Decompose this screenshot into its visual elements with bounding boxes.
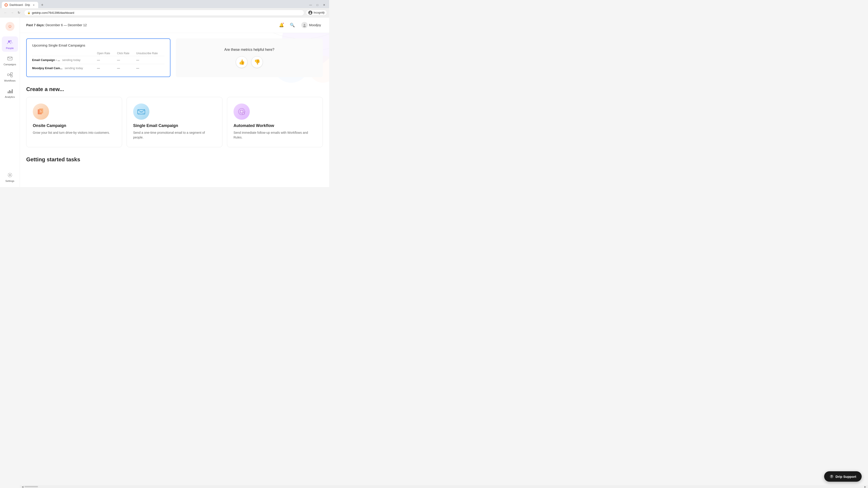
col-unsub-rate: Unsubscribe Rate — [134, 51, 165, 56]
onsite-card-desc: Grow your list and turn drive-by visitor… — [33, 130, 116, 135]
table-row[interactable]: Email Campaign - ... sending today — — — — [32, 56, 164, 64]
refresh-button[interactable]: ↻ — [16, 9, 22, 16]
tab-close-button[interactable]: ✕ — [32, 3, 35, 7]
people-icon — [6, 39, 13, 46]
sidebar: ☺ People Campaigns — [0, 18, 20, 187]
getting-started-section: Getting started tasks — [26, 156, 323, 163]
svg-point-2 — [309, 13, 311, 14]
svg-point-16 — [304, 24, 305, 26]
back-button[interactable]: ← — [2, 9, 8, 16]
campaign-name-1: Email Campaign - ... — [32, 58, 60, 62]
click-rate-1: — — [115, 56, 134, 64]
maximize-button[interactable]: □ — [314, 2, 320, 8]
browser-actions: ☆ Incognito ⋮ — [306, 9, 327, 16]
metrics-card: Are these metrics helpful here? 👍 👎 — [176, 38, 323, 77]
col-click-rate: Click Rate — [115, 51, 134, 56]
campaigns-label: Campaigns — [4, 63, 16, 66]
active-tab[interactable]: Dashboard · Drip ✕ — [2, 2, 38, 8]
tab-bar: Dashboard · Drip ✕ + — □ ✕ — [0, 0, 329, 8]
main-content: Past 7 days: December 6 — December 12 🔔 … — [20, 18, 329, 187]
sidebar-item-people[interactable]: People — [2, 36, 18, 52]
svg-rect-24 — [40, 111, 42, 111]
svg-rect-14 — [12, 89, 13, 93]
settings-icon — [6, 171, 13, 179]
create-section-title: Create a new... — [26, 86, 323, 92]
people-label: People — [6, 47, 13, 50]
metrics-question: Are these metrics helpful here? — [224, 48, 274, 52]
onsite-icon — [33, 103, 49, 120]
search-button[interactable]: 🔍 — [289, 22, 296, 29]
campaign-status-2: sending today — [65, 66, 83, 70]
date-range-text: December 6 — December 12 — [46, 23, 87, 27]
analytics-label: Analytics — [5, 96, 15, 98]
svg-rect-9 — [11, 72, 12, 74]
address-bar[interactable]: 🔒 getdrip.com/7641396/dashboard — [24, 10, 304, 16]
svg-point-17 — [303, 26, 306, 27]
browser-chrome: Dashboard · Drip ✕ + — □ ✕ ← → ↻ 🔒 getdr… — [0, 0, 329, 18]
workflows-icon — [6, 71, 13, 78]
content-area: Upcoming Single Email Campaigns Open Rat… — [20, 33, 329, 187]
workflow-card-desc: Send immediate follow-up emails with Wor… — [234, 130, 316, 140]
click-rate-2: — — [115, 64, 134, 72]
drip-logo[interactable]: ☺ — [4, 21, 16, 32]
svg-rect-12 — [9, 90, 10, 93]
main-header: Past 7 days: December 6 — December 12 🔔 … — [20, 18, 329, 33]
campaign-status-1: sending today — [62, 58, 81, 62]
col-campaign — [32, 51, 95, 56]
date-label: Past 7 days: — [26, 23, 45, 27]
open-rate-1: — — [95, 56, 115, 64]
svg-point-15 — [9, 174, 11, 176]
create-cards: Onsite Campaign Grow your list and turn … — [26, 97, 323, 147]
nav-buttons: ← → ↻ — [2, 9, 22, 16]
app-layout: ☺ People Campaigns — [0, 18, 329, 187]
svg-rect-25 — [40, 112, 41, 112]
col-open-rate: Open Rate — [95, 51, 115, 56]
lock-icon: 🔒 — [27, 11, 31, 14]
svg-rect-23 — [40, 110, 41, 111]
open-rate-2: — — [95, 64, 115, 72]
minimize-button[interactable]: — — [307, 2, 314, 8]
user-avatar — [301, 22, 308, 28]
create-section: Create a new... — [26, 86, 323, 147]
url-text: getdrip.com/7641396/dashboard — [32, 11, 74, 14]
email-card-desc: Send a one-time promotional email to a s… — [133, 130, 216, 140]
svg-rect-22 — [39, 108, 43, 113]
date-range: Past 7 days: December 6 — December 12 — [26, 23, 87, 27]
svg-text:↻: ↻ — [243, 113, 245, 114]
workflow-card[interactable]: ↻ Automated Workflow Send immediate foll… — [227, 97, 323, 147]
sidebar-item-settings[interactable]: Settings — [2, 169, 18, 185]
forward-button[interactable]: → — [9, 9, 16, 16]
thumbs-down-button[interactable]: 👎 — [251, 56, 263, 68]
email-campaign-card[interactable]: Single Email Campaign Send a one-time pr… — [127, 97, 222, 147]
metrics-buttons: 👍 👎 — [236, 56, 263, 68]
onsite-card-title: Onsite Campaign — [33, 123, 116, 128]
campaigns-table-card: Upcoming Single Email Campaigns Open Rat… — [26, 38, 170, 77]
settings-label: Settings — [5, 180, 14, 182]
svg-point-0 — [5, 4, 7, 6]
sidebar-item-analytics[interactable]: Analytics — [2, 85, 18, 101]
close-window-button[interactable]: ✕ — [321, 2, 327, 8]
svg-point-5 — [8, 40, 10, 42]
workflows-label: Workflows — [4, 79, 16, 82]
campaigns-section: Upcoming Single Email Campaigns Open Rat… — [26, 38, 323, 77]
user-name: Moodjoy — [309, 23, 321, 27]
menu-button[interactable]: ⋮ — [320, 9, 327, 16]
svg-rect-13 — [10, 91, 11, 93]
notification-button[interactable]: 🔔 — [278, 22, 285, 29]
new-tab-button[interactable]: + — [39, 2, 45, 8]
unsub-rate-2: — — [134, 64, 165, 72]
tab-title: Dashboard · Drip — [9, 3, 30, 6]
tab-favicon — [4, 3, 8, 6]
address-bar-row: ← → ↻ 🔒 getdrip.com/7641396/dashboard ☆ … — [0, 8, 329, 17]
campaigns-table: Open Rate Click Rate Unsubscribe Rate Em… — [32, 51, 164, 72]
table-row[interactable]: Moodjoy Email Cam... sending today — — — — [32, 64, 164, 72]
thumbs-up-button[interactable]: 👍 — [236, 56, 248, 68]
sidebar-item-campaigns[interactable]: Campaigns — [2, 53, 18, 68]
user-menu[interactable]: Moodjoy — [300, 21, 323, 29]
campaigns-icon — [6, 55, 13, 62]
sidebar-item-workflows[interactable]: Workflows — [2, 69, 18, 84]
unsub-rate-1: — — [134, 56, 165, 64]
profile-button[interactable]: Incognito — [313, 9, 320, 16]
header-actions: 🔔 🔍 Moodjoy — [278, 21, 323, 29]
onsite-campaign-card[interactable]: Onsite Campaign Grow your list and turn … — [26, 97, 122, 147]
